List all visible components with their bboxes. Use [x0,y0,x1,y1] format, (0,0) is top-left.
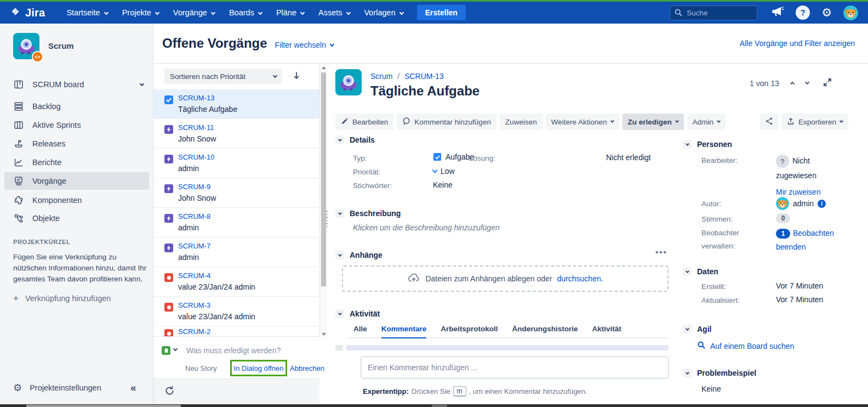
issue-row-scrum-10[interactable]: SCRUM-10 admin [153,149,319,178]
sidebar-item-scrum-board[interactable]: SCRUM board [4,76,149,93]
comment-tip: Expertentipp: Drücken Sie m , um einen K… [363,386,587,397]
chevron-down-icon [717,119,721,123]
user-avatar[interactable] [843,5,858,20]
settings-gear-icon[interactable]: ⚙ [821,7,832,19]
issue-summary: admin [178,164,199,173]
cancel-create-link[interactable]: Abbrechen [290,364,324,372]
sidebar-item-objekte[interactable]: Objekte [4,210,149,227]
sidebar-item-vorgaenge[interactable]: Vorgänge [4,172,149,190]
watchers-count-badge[interactable]: 1 [776,229,790,239]
add-shortcut-link[interactable]: + Verknüpfung hinzufügen [13,293,111,303]
collapse-sidebar-button[interactable]: « [130,382,136,394]
list-scrollbar[interactable] [319,64,327,338]
sidebar-item-berichte[interactable]: Berichte [4,154,149,171]
more-actions-button[interactable]: Weitere Aktionen [546,114,619,130]
horizontal-scrollbar-thumb[interactable] [26,405,181,407]
issue-row-scrum-4[interactable]: SCRUM-4 value 23/Jan/24 admin [153,267,319,297]
tab-aktivitaet[interactable]: Aktivität [592,325,621,338]
dates-section-header[interactable]: Daten [683,267,718,276]
find-on-board-link[interactable]: Auf einem Board suchen [697,341,794,352]
tab-kommentare[interactable]: Kommentare [381,325,427,338]
browse-files-link[interactable]: durchsuchen. [557,274,603,283]
sidebar-item-komponenten[interactable]: Komponenten [4,191,149,209]
edit-button[interactable]: Bearbeiten [335,114,393,130]
tab-aenderungshistorie[interactable]: Änderungshistorie [512,325,578,338]
sidebar-item-aktive-sprints[interactable]: Aktive Sprints [4,116,149,134]
issue-row-scrum-11[interactable]: SCRUM-11 John Snow [153,119,319,149]
sidebar-item-releases[interactable]: Releases [4,135,149,152]
votes-badge[interactable]: 0 [776,213,790,223]
description-section-header[interactable]: Beschreibung [335,209,401,218]
assign-button[interactable]: Zuweisen [500,114,542,130]
view-all-filters-link[interactable]: Alle Vorgänge und Filter anzeigen [740,39,855,48]
nav-item-startseite[interactable]: Startseite [59,2,115,24]
issue-example-section-header[interactable]: Problembeispiel [683,369,756,377]
add-comment-button[interactable]: Kommentar hinzufügen [397,114,496,130]
tab-arbeitsprotokoll[interactable]: Arbeitsprotokoll [441,325,498,338]
scrollbar-thumb[interactable] [321,72,326,286]
details-section-header[interactable]: Details [335,135,375,144]
share-icon [765,117,773,127]
previous-issue-icon[interactable] [790,82,794,86]
nav-item-plaene[interactable]: Pläne [269,2,311,24]
description-placeholder[interactable]: Klicken um die Beschreibung hinzuzufügen [353,223,500,232]
sort-direction-button[interactable] [292,71,301,83]
issue-key: SCRUM-3 [178,301,210,309]
issue-row-scrum-8[interactable]: SCRUM-8 admin [153,208,319,238]
attachment-dropzone[interactable]: Dateien zum Anhängen ablegen oder durchs… [342,265,669,292]
chevron-down-icon[interactable] [173,347,178,351]
votes-label: Stimmen: [701,215,733,223]
issue-row-scrum-3[interactable]: SCRUM-3 value 23/Jan/24 admin [153,297,319,326]
nav-item-vorgaenge[interactable]: Vorgänge [166,2,222,24]
sidebar-item-backlog[interactable]: Backlog [4,98,149,115]
info-icon[interactable]: i [818,200,826,208]
create-issue-input[interactable] [186,343,313,358]
type-label: Typ: [353,154,367,162]
help-icon[interactable]: ? [796,5,810,20]
issue-row-scrum-7[interactable]: SCRUM-7 admin [153,238,319,267]
admin-button[interactable]: Admin [687,114,726,130]
status-button[interactable]: Zu erledigen [623,114,684,130]
issue-key: SCRUM-13 [178,94,214,102]
breadcrumb-issue-link[interactable]: SCRUM-13 [404,72,444,81]
next-issue-icon[interactable] [804,80,809,84]
announcement-icon[interactable] [771,5,784,20]
tab-alle[interactable]: Alle [353,325,367,338]
scroll-down-arrow[interactable] [322,333,326,336]
issue-row-scrum-13[interactable]: SCRUM-13 Tägliche Aufgabe [153,89,319,119]
project-avatar[interactable]: <> [13,33,39,59]
sort-dropdown[interactable]: Sortieren nach Priorität [164,69,282,84]
nav-item-vorlagen[interactable]: Vorlagen [357,2,410,24]
open-in-dialog-link[interactable]: In Dialog öffnen [234,364,284,372]
search-input[interactable] [670,5,757,20]
attachments-section-header[interactable]: Anhänge [335,251,382,259]
project-settings-button[interactable]: ⚙ Projekteinstellungen [13,383,101,393]
share-button[interactable] [760,114,778,130]
issue-row-scrum-9[interactable]: SCRUM-9 John Snow [153,178,319,208]
activity-gutter [335,345,343,351]
nav-item-assets[interactable]: Assets [311,2,357,24]
activity-section-header[interactable]: Aktivität [335,309,380,318]
attachments-more-icon[interactable]: ••• [655,247,667,257]
story-type-picker-icon[interactable] [162,346,170,355]
breadcrumb-project-link[interactable]: Scrum [370,72,392,81]
components-puzzle-icon [13,195,24,206]
agile-section-header[interactable]: Agil [683,325,711,333]
comment-input[interactable] [361,357,668,378]
panel-resize-handle[interactable] [326,211,328,227]
people-section-header[interactable]: Personen [683,140,732,149]
nav-item-projekte[interactable]: Projekte [115,2,166,24]
collapse-chevron-icon [335,251,344,259]
nav-item-boards[interactable]: Boards [222,2,269,24]
issue-row-scrum-2[interactable]: SCRUM-2 [153,326,319,336]
refresh-icon[interactable] [164,386,175,398]
jira-logo[interactable]: Jira [10,6,45,19]
scroll-up-arrow[interactable] [322,66,326,69]
create-issue-button[interactable]: Erstellen [417,5,466,20]
search-icon [697,341,706,352]
horizontal-scrollbar[interactable] [0,404,868,407]
switch-filter-dropdown[interactable]: Filter wechseln [275,41,334,49]
updated-label: Aktualisiert: [701,296,740,304]
export-button[interactable]: Exportieren [781,114,848,130]
fullscreen-expand-icon[interactable] [823,77,832,89]
